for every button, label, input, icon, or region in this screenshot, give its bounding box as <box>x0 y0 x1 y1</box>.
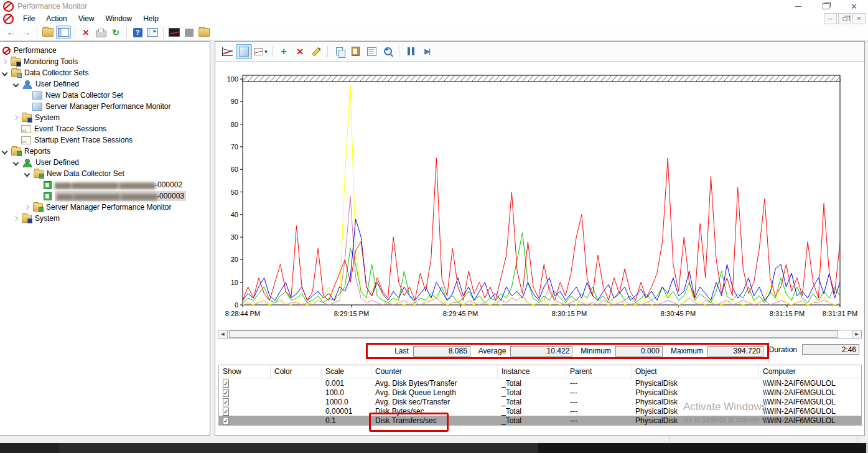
menu-file[interactable]: File <box>17 13 40 24</box>
expander-expanded-icon[interactable] <box>2 70 8 76</box>
menu-window[interactable]: Window <box>100 13 138 24</box>
export-folder-icon[interactable] <box>41 26 55 39</box>
window-controls: ✕ <box>784 0 868 12</box>
tree-item-system[interactable]: System <box>0 112 210 123</box>
freeze-display-button[interactable] <box>403 45 418 58</box>
expander-collapsed-icon[interactable] <box>2 59 7 64</box>
forward-icon[interactable]: → <box>19 26 33 39</box>
tree-item-server-manager-performance-monitor[interactable]: Server Manager Performance Monitor <box>0 202 210 213</box>
column-header-computer[interactable]: Computer <box>759 365 861 378</box>
last-label: Last <box>394 347 409 355</box>
show-checkbox[interactable]: ✓ <box>223 389 229 397</box>
parent-cell: --- <box>566 379 632 388</box>
show-checkbox[interactable]: ✓ <box>223 380 229 388</box>
help-icon[interactable]: ? <box>131 26 144 39</box>
minimize-button[interactable] <box>784 0 812 12</box>
toolbar-separator <box>126 27 127 38</box>
show-hide-console-tree-icon[interactable] <box>56 26 71 39</box>
tree-item-user-defined[interactable]: User Defined <box>0 157 210 168</box>
counter-row-avg-disk-queue-length[interactable]: ✓100.0Avg. Disk Queue Length_Total---Phy… <box>219 388 861 397</box>
report-number-suffix: -000002 <box>155 180 182 189</box>
tree-item-performance[interactable]: Performance <box>0 45 210 56</box>
column-header-color[interactable]: Color <box>271 365 322 378</box>
column-header-parent[interactable]: Parent <box>566 365 632 378</box>
mdi-minimize-button[interactable] <box>824 13 837 24</box>
folder-green-icon <box>34 170 44 178</box>
tree-item-report-000003[interactable]: ▆▆▆ ▆▆▆▆▆▆▆▆▆ ▆▆▆▆▆▆▆-000003 <box>0 190 210 202</box>
expander-expanded-icon[interactable] <box>2 148 8 154</box>
tree-item-new-data-collector-set[interactable]: New Data Collector Set <box>0 90 210 101</box>
expander-expanded-icon[interactable] <box>24 170 30 177</box>
counter-row-disk-bytes-sec[interactable]: ✓0.00001Disk Bytes/sec_Total---PhysicalD… <box>219 406 861 416</box>
expander-expanded-icon[interactable] <box>13 81 19 87</box>
update-data-button[interactable]: ▶| <box>419 45 434 58</box>
view-current-activity-button[interactable] <box>220 45 235 58</box>
delete-counter-button[interactable]: ✕ <box>292 45 307 58</box>
tree-item-monitoring-tools[interactable]: Monitoring Tools <box>0 56 210 67</box>
show-checkbox[interactable]: ✓ <box>223 398 229 406</box>
properties-button[interactable] <box>364 45 379 58</box>
scroll-right-button[interactable]: ▶ <box>852 330 862 339</box>
instance-cell: _Total <box>498 379 566 388</box>
scrollbar-track[interactable] <box>228 330 852 339</box>
open-folder-icon[interactable] <box>197 26 211 39</box>
menu-view[interactable]: View <box>73 13 100 24</box>
restore-button[interactable] <box>812 0 840 12</box>
column-header-show[interactable]: Show <box>219 365 271 378</box>
x-axis-label: 8:29:15 PM <box>334 310 369 317</box>
object-cell: PhysicalDisk <box>632 407 759 416</box>
tree-item-event-trace-sessions[interactable]: Event Trace Sessions <box>0 123 210 134</box>
column-header-counter[interactable]: Counter <box>371 365 498 378</box>
menu-action[interactable]: Action <box>40 13 72 24</box>
close-button[interactable]: ✕ <box>840 0 868 12</box>
counter-row-avg-disk-bytes-transfer[interactable]: ✓0.001Avg. Disk Bytes/Transfer_Total---P… <box>219 378 861 388</box>
tree-item-reports[interactable]: Reports <box>0 146 210 157</box>
expander-collapsed-icon[interactable] <box>13 216 18 221</box>
redacted-text: ▆▆▆ ▆▆▆▆▆▆▆▆▆ ▆▆▆▆▆▆▆ <box>57 192 157 200</box>
expander-collapsed-icon[interactable] <box>24 205 29 210</box>
show-action-pane-icon[interactable] <box>146 26 159 39</box>
tree-item-server-manager-performance-monitor[interactable]: Server Manager Performance Monitor <box>0 101 210 112</box>
tree-item-new-data-collector-set[interactable]: New Data Collector Set <box>0 168 210 179</box>
toolbar-separator <box>272 46 273 57</box>
menu-bar: FileActionViewWindowHelp ✕ <box>0 12 868 25</box>
column-header-object[interactable]: Object <box>632 365 759 378</box>
y-axis-label: 0 <box>235 301 238 309</box>
delete-icon[interactable]: ✕ <box>79 26 93 39</box>
tree-item-system[interactable]: System <box>0 213 210 224</box>
column-header-instance[interactable]: Instance <box>498 365 566 378</box>
show-checkbox[interactable]: ✓ <box>223 408 229 416</box>
expander-collapsed-icon[interactable] <box>13 115 18 120</box>
counter-row-avg-disk-sec-transfer[interactable]: ✓1000.0Avg. Disk sec/Transfer_Total---Ph… <box>219 397 861 406</box>
mdi-close-button[interactable]: ✕ <box>852 13 866 24</box>
counter-row-disk-transfers-sec[interactable]: ✓0.1Disk Transfers/sec_Total---PhysicalD… <box>219 416 861 425</box>
mdi-restore-button[interactable] <box>838 13 851 24</box>
copy-properties-button[interactable] <box>332 45 347 58</box>
tree-item-label: ▆▆▆ ▆▆▆▆▆▆▆▆▆ ▆▆▆▆▆▆▆-000002 <box>55 180 182 189</box>
menu-help[interactable]: Help <box>138 13 164 24</box>
tree-item-startup-event-trace-sessions[interactable]: Startup Event Trace Sessions <box>0 134 210 146</box>
change-graph-type-button[interactable]: ▾ <box>253 45 268 58</box>
tree-item-data-collector-sets[interactable]: Data Collector Sets <box>0 67 210 78</box>
paste-counter-list-button[interactable] <box>348 45 363 58</box>
parent-cell: --- <box>566 398 632 406</box>
expander-expanded-icon[interactable] <box>13 159 19 166</box>
scrollbar-thumb[interactable] <box>229 330 838 338</box>
refresh-icon[interactable]: ↻ <box>109 26 123 39</box>
print-icon[interactable] <box>94 26 108 39</box>
object-cell: PhysicalDisk <box>632 416 759 425</box>
parent-cell: --- <box>566 416 632 425</box>
add-counter-button[interactable]: + <box>276 45 291 58</box>
scroll-left-button[interactable]: ◀ <box>218 330 228 339</box>
performance-monitor-icon[interactable] <box>167 26 181 39</box>
column-header-scale[interactable]: Scale <box>322 365 371 378</box>
zoom-button[interactable] <box>380 45 395 58</box>
highlight-button[interactable] <box>309 45 324 58</box>
tree-item-user-defined[interactable]: User Defined <box>0 78 210 90</box>
tree-item-report-000002[interactable]: ▆▆▆ ▆▆▆▆▆▆▆▆▆ ▆▆▆▆▆▆▆-000002 <box>0 179 210 190</box>
view-log-data-button[interactable] <box>236 44 252 59</box>
freeze-display-icon[interactable] <box>182 26 196 39</box>
show-checkbox[interactable]: ✓ <box>223 417 229 425</box>
tree-item-label: Data Collector Sets <box>24 68 88 77</box>
back-icon[interactable]: ← <box>4 26 18 39</box>
